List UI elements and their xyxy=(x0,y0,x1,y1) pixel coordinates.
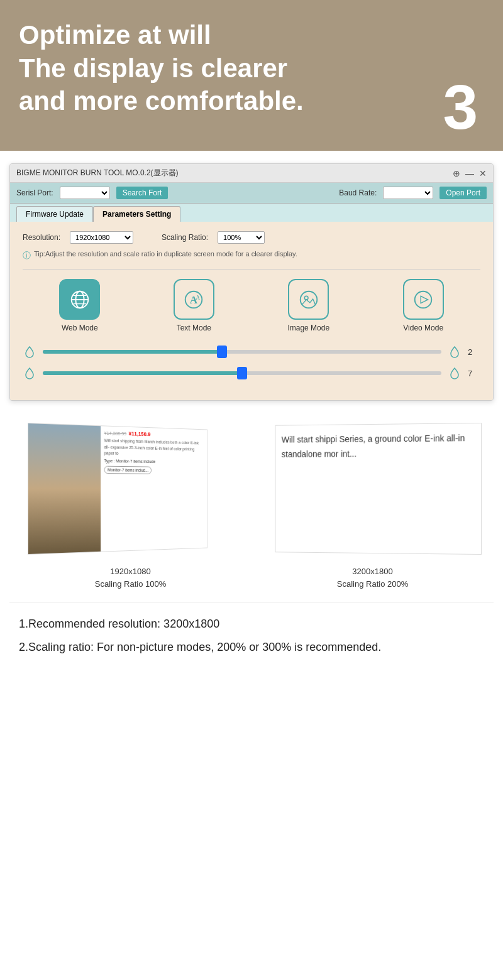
resolution-select[interactable]: 1920x1080 xyxy=(70,231,133,244)
minimize-icon[interactable]: — xyxy=(465,168,474,178)
product-desc: Will start shipping from March includes … xyxy=(104,438,204,459)
tips-section: 1.Recommended resolution: 3200x1800 2.Sc… xyxy=(0,603,503,681)
image-mode-item[interactable]: Image Mode xyxy=(287,279,329,332)
product-button[interactable]: Monitor-7 items includ... xyxy=(104,466,152,474)
caption-right-scaling: Scaling Ratio 200% xyxy=(337,578,408,591)
help-icon[interactable]: ⊕ xyxy=(453,168,460,178)
slider-2-fill xyxy=(43,371,242,375)
video-mode-item[interactable]: Video Mode xyxy=(403,279,444,332)
comparison-right-text: Will start shippi Series, a ground color… xyxy=(282,431,475,462)
text-mode-icon-wrap: A A xyxy=(174,279,214,320)
hero-section: Optimize at will The display is clearer … xyxy=(0,0,503,151)
text-mode-icon: A A xyxy=(182,288,206,312)
svg-point-8 xyxy=(300,291,317,308)
caption-right: 3200x1800 Scaling Ratio 200% xyxy=(337,565,408,590)
slider-2-row: 7 xyxy=(23,366,480,380)
web-mode-label: Web Mode xyxy=(62,324,98,332)
tip-1: 1.Recommended resolution: 3200x1800 xyxy=(19,616,484,633)
comparison-left-panel: ¥14,389.99 ¥11,150.9 Will start shipping… xyxy=(28,423,207,555)
app-titlebar: BIGME MONITOR BURN TOOL MO.0.2(显示器) ⊕ — … xyxy=(10,164,493,183)
svg-point-10 xyxy=(415,291,432,308)
resolution-label: Resolution: xyxy=(23,233,60,242)
comparison-left-product: ¥14,389.99 ¥11,150.9 Will start shipping… xyxy=(101,426,207,551)
search-fort-button[interactable]: Search Fort xyxy=(116,187,169,199)
video-mode-icon-wrap xyxy=(403,279,444,320)
app-section: BIGME MONITOR BURN TOOL MO.0.2(显示器) ⊕ — … xyxy=(0,151,503,413)
hero-text: Optimize at will The display is clearer … xyxy=(19,19,484,118)
slider-2-thumb[interactable] xyxy=(237,367,247,379)
tip-2: 2.Scaling ratio: For non-picture modes, … xyxy=(19,639,484,656)
price-old: ¥14,389.99 xyxy=(104,430,126,437)
slider-2-value: 7 xyxy=(468,369,480,378)
info-icon: ⓘ xyxy=(23,250,31,261)
web-mode-icon xyxy=(68,288,92,312)
tip-text: Tip:Adjust the resolution and scale rati… xyxy=(34,250,297,258)
app-window: BIGME MONITOR BURN TOOL MO.0.2(显示器) ⊕ — … xyxy=(9,163,494,401)
settings-row: Resolution: 1920x1080 Scaling Ratio: 100… xyxy=(23,231,480,244)
svg-marker-11 xyxy=(421,296,428,303)
slider-2-left-icon xyxy=(23,366,36,380)
tab-bar: Firmware Update Parameters Setting xyxy=(10,204,493,222)
image-mode-label: Image Mode xyxy=(287,324,329,332)
scaling-select[interactable]: 100% xyxy=(218,231,265,244)
slider-1-thumb[interactable] xyxy=(217,346,227,358)
image-mode-icon xyxy=(297,288,321,312)
main-panel: Resolution: 1920x1080 Scaling Ratio: 100… xyxy=(10,222,493,400)
caption-left: 1920x1080 Scaling Ratio 100% xyxy=(95,565,166,590)
slider-1-row: 2 xyxy=(23,345,480,359)
caption-right-resolution: 3200x1800 xyxy=(337,565,408,578)
titlebar-controls: ⊕ — ✕ xyxy=(453,168,487,178)
comparison-left-landscape xyxy=(28,423,100,554)
video-mode-label: Video Mode xyxy=(403,324,443,332)
comparison-images: ¥14,389.99 ¥11,150.9 Will start shipping… xyxy=(9,420,494,558)
app-title: BIGME MONITOR BURN TOOL MO.0.2(显示器) xyxy=(16,168,179,178)
baud-rate-select[interactable] xyxy=(383,187,433,199)
tip-row: ⓘ Tip:Adjust the resolution and scale ra… xyxy=(23,250,480,270)
comparison-section: ¥14,389.99 ¥11,150.9 Will start shipping… xyxy=(0,413,503,602)
image-mode-icon-wrap xyxy=(288,279,329,320)
slider-1-left-icon xyxy=(23,345,36,359)
scaling-label: Scaling Ratio: xyxy=(162,233,208,242)
video-mode-icon xyxy=(411,288,435,312)
slider-1-fill xyxy=(43,350,222,354)
slider-2-right-icon xyxy=(448,366,462,380)
baud-rate-label: Baud Rate: xyxy=(339,188,377,197)
modes-row: Web Mode A A Text Mode xyxy=(23,279,480,332)
slider-1-track[interactable] xyxy=(43,350,441,354)
slider-2-track[interactable] xyxy=(43,371,441,375)
price-new: ¥11,150.9 xyxy=(128,431,150,438)
close-icon[interactable]: ✕ xyxy=(479,168,487,178)
open-port-button[interactable]: Open Port xyxy=(439,187,487,199)
product-type: Type : Monitor-7 items include xyxy=(104,459,204,464)
comparison-right-panel: Will start shippi Series, a ground color… xyxy=(275,423,482,555)
caption-left-resolution: 1920x1080 xyxy=(95,565,166,578)
web-mode-icon-wrap xyxy=(59,279,100,320)
caption-row: 1920x1080 Scaling Ratio 100% 3200x1800 S… xyxy=(9,565,494,590)
slider-1-value: 2 xyxy=(468,347,480,357)
tab-parameters-setting[interactable]: Parameters Setting xyxy=(93,206,180,222)
slider-1-right-icon xyxy=(448,345,462,359)
caption-left-scaling: Scaling Ratio 100% xyxy=(95,578,166,591)
tab-firmware-update[interactable]: Firmware Update xyxy=(16,206,93,222)
hero-number: 3 xyxy=(443,75,478,138)
svg-text:A: A xyxy=(196,295,201,301)
port-row: Serisl Port: Search Fort Baud Rate: Open… xyxy=(10,183,493,204)
web-mode-item[interactable]: Web Mode xyxy=(59,279,100,332)
serisl-port-label: Serisl Port: xyxy=(16,188,53,197)
serisl-port-select[interactable] xyxy=(60,187,110,199)
text-mode-label: Text Mode xyxy=(177,324,211,332)
text-mode-item[interactable]: A A Text Mode xyxy=(174,279,214,332)
